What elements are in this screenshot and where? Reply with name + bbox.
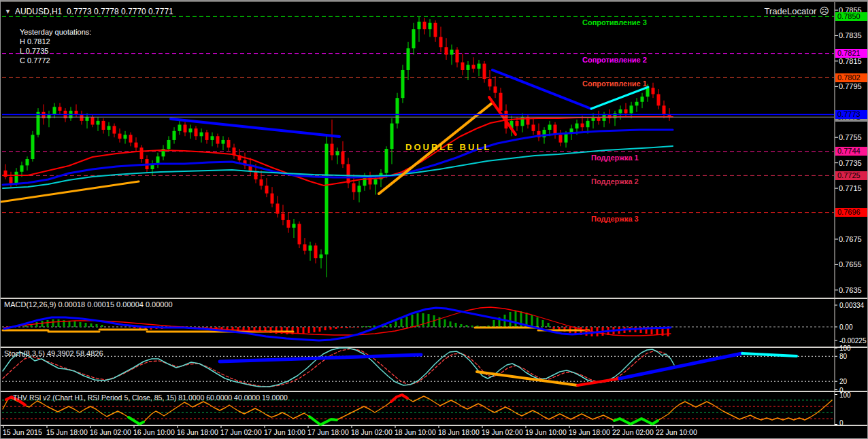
panel-separator bbox=[1, 347, 868, 348]
candle bbox=[80, 111, 84, 125]
thv-overbought-2 bbox=[391, 395, 407, 402]
macd-histogram-bar bbox=[297, 327, 299, 334]
candle bbox=[113, 124, 116, 138]
candle bbox=[494, 76, 497, 98]
macd-histogram-bar bbox=[510, 312, 512, 327]
candle bbox=[216, 134, 220, 148]
candle bbox=[244, 153, 247, 169]
candle bbox=[31, 131, 35, 162]
chart-canvas[interactable] bbox=[1, 1, 868, 439]
time-axis-label: 18 Jun 18:00 bbox=[438, 428, 480, 436]
candle bbox=[97, 117, 100, 131]
macd-histogram-bar bbox=[531, 315, 533, 327]
time-axis-label: 17 Jun 02:00 bbox=[220, 428, 262, 436]
candle bbox=[521, 113, 524, 133]
candle bbox=[314, 243, 318, 264]
thv-axis-label: 0 bbox=[839, 419, 844, 427]
macd-histogram-bar bbox=[390, 324, 392, 327]
macd-histogram-bar bbox=[335, 327, 337, 329]
time-axis-label: 19 Jun 02:00 bbox=[482, 428, 523, 436]
candle bbox=[48, 111, 51, 127]
level-label: Сопротивление 2 bbox=[582, 56, 647, 64]
macd-histogram-bar bbox=[357, 327, 359, 328]
macd-histogram-bar bbox=[422, 313, 424, 327]
macd-histogram-bar bbox=[85, 323, 87, 327]
candle bbox=[657, 89, 661, 109]
level-label: Сопротивление 1 bbox=[582, 80, 647, 88]
trendline-blue-right bbox=[493, 70, 591, 109]
price-marker: 0.7773 bbox=[835, 110, 868, 119]
candle bbox=[118, 128, 122, 143]
price-axis-label: 0.7795 bbox=[839, 82, 862, 90]
macd-histogram-bar bbox=[537, 317, 539, 327]
candle bbox=[401, 65, 405, 103]
macd-histogram-bar bbox=[96, 324, 98, 327]
price-marker: 0.7821 bbox=[835, 49, 868, 58]
candle bbox=[614, 111, 617, 126]
quotations-title: Yesterday quotations: bbox=[20, 27, 91, 37]
macd-histogram-bar bbox=[25, 326, 27, 327]
candle bbox=[309, 242, 312, 261]
macd-histogram-bar bbox=[417, 313, 419, 327]
candle bbox=[260, 171, 263, 190]
candle bbox=[233, 144, 236, 159]
macd-histogram-bar bbox=[314, 327, 316, 332]
time-axis-label: 16 Jun 18:00 bbox=[177, 428, 218, 436]
macd-histogram-bar bbox=[368, 326, 370, 327]
time-axis-label: 17 Jun 10:00 bbox=[264, 428, 305, 436]
symbol-dropdown-icon[interactable]: ▼ bbox=[5, 8, 11, 15]
macd-histogram-bar bbox=[352, 327, 354, 328]
time-axis-label: 15 Jun 2015 bbox=[3, 428, 42, 436]
price-axis-label: 0.7835 bbox=[839, 31, 862, 39]
candle bbox=[423, 18, 427, 34]
macd-axis-label: -0.00225 bbox=[839, 337, 866, 345]
candle bbox=[325, 135, 329, 277]
candle bbox=[418, 16, 421, 41]
macd-histogram-bar bbox=[341, 327, 343, 328]
candle bbox=[162, 145, 165, 160]
macd-histogram-bar bbox=[412, 315, 414, 327]
time-axis-label: 18 Jun 02:00 bbox=[351, 428, 393, 436]
stoch-axis-label: 20 bbox=[839, 378, 847, 385]
candle bbox=[26, 156, 29, 171]
candle bbox=[135, 137, 138, 152]
thv-oversold-3 bbox=[614, 419, 658, 424]
stoch-trend-cyan bbox=[742, 353, 797, 356]
candle bbox=[456, 47, 459, 67]
macd-histogram-bar bbox=[406, 317, 408, 327]
candle bbox=[195, 126, 198, 140]
macd-histogram-bar bbox=[466, 325, 468, 327]
time-axis-label: 22 Jun 02:00 bbox=[612, 428, 654, 436]
stoch-trend-red bbox=[578, 379, 620, 385]
macd-histogram-bar bbox=[373, 326, 375, 327]
candle bbox=[461, 54, 465, 75]
candle bbox=[4, 164, 7, 179]
candle bbox=[488, 70, 492, 90]
candle bbox=[635, 98, 639, 112]
candle bbox=[59, 103, 62, 115]
macd-histogram-bar bbox=[58, 319, 60, 327]
macd-histogram-bar bbox=[74, 321, 76, 327]
time-axis-label: 18 Jun 10:00 bbox=[395, 428, 436, 436]
candle bbox=[37, 108, 40, 137]
macd-axis-label: 0.00 bbox=[839, 323, 852, 331]
time-axis-label: 16 Jun 10:00 bbox=[133, 428, 175, 436]
candle bbox=[527, 115, 530, 129]
price-axis-label: 0.7655 bbox=[839, 260, 862, 268]
candle bbox=[222, 136, 225, 150]
candle bbox=[129, 133, 133, 147]
macd-histogram-bar bbox=[542, 320, 544, 327]
candle bbox=[287, 213, 290, 233]
candle bbox=[167, 136, 171, 151]
candle bbox=[178, 121, 182, 135]
macd-histogram bbox=[25, 311, 669, 336]
macd-histogram-bar bbox=[346, 327, 348, 328]
panel-separator bbox=[1, 425, 868, 426]
candle bbox=[369, 172, 372, 190]
panel-separator bbox=[1, 391, 868, 392]
macd-axis-label: 0.00334 bbox=[839, 302, 864, 309]
candle bbox=[282, 205, 285, 225]
time-axis-label: 17 Jun 18:00 bbox=[307, 428, 349, 436]
macd-histogram-bar bbox=[47, 320, 49, 327]
candle bbox=[608, 109, 612, 124]
